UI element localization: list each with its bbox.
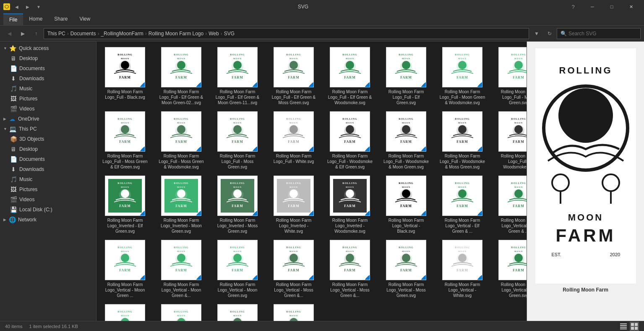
forward-button[interactable]: ▶ [17,28,29,39]
file-item[interactable]: ROLLING MOON FARM Rolling Moon Farm Logo… [437,109,488,172]
svg-text:MOON: MOON [458,250,467,252]
svg-point-173 [458,189,467,198]
tab-share[interactable]: Share [48,13,73,25]
file-item[interactable]: ROLLING MOON FARM Rolling Moon Farm Logo… [381,45,431,108]
chevron-network: ▶ [3,218,6,222]
bc-documents[interactable]: Documents [70,31,96,37]
file-name: Rolling Moon Farm Logo_Vertical - Black.… [383,218,429,234]
search-input[interactable] [568,31,637,37]
sidebar-item-pictures2[interactable]: 🖼 Pictures [7,184,96,194]
file-item[interactable]: ROLLING MOON FARM Rolling Moon Farm Logo… [381,238,431,300]
sidebar-section-onedrive[interactable]: ▶ ☁ OneDrive [0,114,96,124]
search-bar[interactable]: 🔍 [557,28,641,39]
back-button[interactable]: ◀ [3,28,15,39]
svg-point-147 [250,208,258,216]
address-dropdown[interactable]: ▼ [531,28,542,39]
svg-text:MOON: MOON [177,250,185,252]
file-item[interactable]: ROLLING MOON FARM Rolling Moon Farm Logo… [325,238,375,300]
file-item[interactable]: ROLLING MOON FARM Rolling Moon Farm Logo… [100,238,150,300]
edge-badge [362,272,369,279]
file-item[interactable]: ROLLING MOON FARM Rolling Moon Farm Logo… [269,173,319,236]
sidebar-item-desktop2[interactable]: 🖥 Desktop [7,144,96,154]
bc-svg[interactable]: SVG [224,31,235,37]
file-item[interactable]: ROLLING MOON FARM Rolling Moon Farm Logo… [212,45,263,108]
tab-view[interactable]: View [73,13,96,25]
file-item[interactable]: ROLLING MOON FARM Rolling Moon Farm Logo… [381,173,431,236]
help-button[interactable]: ? [563,0,583,13]
sidebar-item-music[interactable]: 🎵 Music [7,84,96,94]
file-item[interactable]: ROLLING MOON FARM Rolling Moon Farm Logo… [325,109,375,172]
svg-text:FARM: FARM [344,140,355,144]
file-item[interactable]: ROLLING MOON FARM Rolling Moon Farm Logo… [156,173,206,236]
sidebar-item-3dobjects[interactable]: 📦 3D Objects [7,134,96,144]
sidebar-item-documents2[interactable]: 📄 Documents [7,154,96,164]
file-item[interactable]: ROLLING MOON FARM Rolling Moon Farm Logo… [493,109,527,172]
sidebar-item-localdisk[interactable]: 💾 Local Disk (C:) [7,205,96,215]
sidebar-item-pictures[interactable]: 🖼 Pictures [7,94,96,104]
file-item[interactable]: ROLLING MOON FARM Rolling Moon Farm Logo… [437,238,488,300]
file-name: Rolling Moon Farm Logo_Full - Elf Green … [327,89,373,105]
sidebar-item-desktop[interactable]: 🖥 Desktop [7,53,96,63]
file-item[interactable]: ROLLING MOON FARM Rolling Moon Farm Logo… [437,45,488,108]
file-item[interactable]: ROLLING MOON FARM Rolling Moon Farm Logo… [381,109,431,172]
svg-text:ROLLING: ROLLING [174,310,188,313]
breadcrumb[interactable]: This PC › Documents › _RollingMoonFarm ›… [44,28,529,39]
bc-thispc[interactable]: This PC [47,31,65,37]
file-item[interactable]: ROLLING MOON FARM Rolling Moon Farm Logo… [325,45,375,108]
svg-point-161 [362,208,370,216]
file-item[interactable]: ROLLING MOON FARM Rolling Moon Farm Logo… [212,109,263,172]
tab-home[interactable]: Home [23,13,48,25]
svg-text:MOON: MOON [402,186,410,188]
file-item[interactable]: ROLLING MOON FARM Rolling Moon Farm Logo… [493,238,527,300]
sidebar-item-videos2[interactable]: 🎬 Videos [7,194,96,205]
file-item[interactable]: ROLLING MOON FARM Rolling Moon Farm Logo… [156,109,206,172]
file-item[interactable]: ROLLING MOON FARM Rolling Moon Farm Logo… [269,109,319,172]
up-button[interactable]: ↑ [30,28,42,39]
bc-farm[interactable]: _RollingMoonFarm [101,31,143,37]
file-item[interactable]: ROLLING MOON FARM Rolling Moon Farm Logo… [269,238,319,300]
view-details-button[interactable] [619,322,628,331]
file-item[interactable]: ROLLING MOON FARM Rolling Moon Farm Logo… [100,302,150,321]
file-item[interactable]: ROLLING MOON FARM Rolling Moon Farm Logo… [325,173,375,236]
sidebar-section-thispc[interactable]: ▼ 💻 This PC [0,124,96,134]
sidebar-section-network[interactable]: ▶ 🌐 Network [0,215,96,225]
file-item[interactable]: ROLLING MOON FARM Rolling Moon Farm Logo… [212,173,263,236]
titlebar-down[interactable]: ▼ [34,3,43,11]
svg-point-145 [233,189,242,198]
bc-web[interactable]: Web [209,31,219,37]
sidebar-item-downloads2[interactable]: ⬇ Downloads [7,164,96,174]
titlebar-back[interactable]: ◀ [13,3,21,11]
file-item[interactable]: ROLLING MOON FARM Rolling Moon Farm Logo… [212,302,263,321]
sidebar-item-music2[interactable]: 🎵 Music [7,174,96,184]
sidebar-section-quickaccess[interactable]: ▼ ⭐ Quick access [0,43,96,53]
titlebar-forward[interactable]: ▶ [23,3,32,11]
sidebar-item-downloads[interactable]: ⬇ Downloads [7,74,96,84]
file-item[interactable]: ROLLING MOON FARM Rolling Moon Farm Logo… [100,109,150,172]
file-item[interactable]: ROLLING MOON FARM Rolling Moon Farm Logo… [156,302,206,321]
file-item[interactable]: ROLLING MOON FARM Rolling Moon Farm Logo… [100,45,150,108]
file-item[interactable]: ROLLING MOON FARM Rolling Moon Farm Logo… [269,45,319,108]
file-item[interactable]: ROLLING MOON FARM Rolling Moon Farm Logo… [493,45,527,108]
file-item[interactable]: ROLLING MOON FARM Rolling Moon Farm Logo… [156,45,206,108]
sidebar-item-documents[interactable]: 📄 Documents [7,63,96,74]
bc-sep3: › [145,31,147,37]
file-item[interactable]: ROLLING MOON FARM Rolling Moon Farm Logo… [269,302,319,321]
tab-file[interactable]: File [3,13,23,25]
file-item[interactable]: ROLLING MOON FARM Rolling Moon Farm Logo… [437,173,488,236]
view-tiles-button[interactable] [630,322,639,331]
svg-point-229 [402,254,410,262]
sidebar-item-videos[interactable]: 🎬 Videos [7,104,96,114]
maximize-button[interactable]: □ [602,0,621,13]
file-item[interactable]: ROLLING MOON FARM Rolling Moon Farm Logo… [100,173,150,236]
minimize-button[interactable]: ─ [583,0,602,13]
bc-logo[interactable]: Rolling Moon Farm Logo [149,31,203,37]
file-grid-area[interactable]: ROLLING MOON FARM Rolling Moon Farm Logo… [96,42,527,321]
refresh-button[interactable]: ↻ [544,28,555,39]
file-item[interactable]: ROLLING MOON FARM Rolling Moon Farm Logo… [156,238,206,300]
svg-text:MOON: MOON [346,250,354,252]
bc-sep2: › [97,31,99,37]
file-item[interactable]: ROLLING MOON FARM Rolling Moon Farm Logo… [212,238,263,300]
close-button[interactable]: ✕ [621,0,641,13]
file-item[interactable]: ROLLING MOON FARM Rolling Moon Farm Logo… [493,173,527,236]
svg-point-284 [558,88,613,143]
